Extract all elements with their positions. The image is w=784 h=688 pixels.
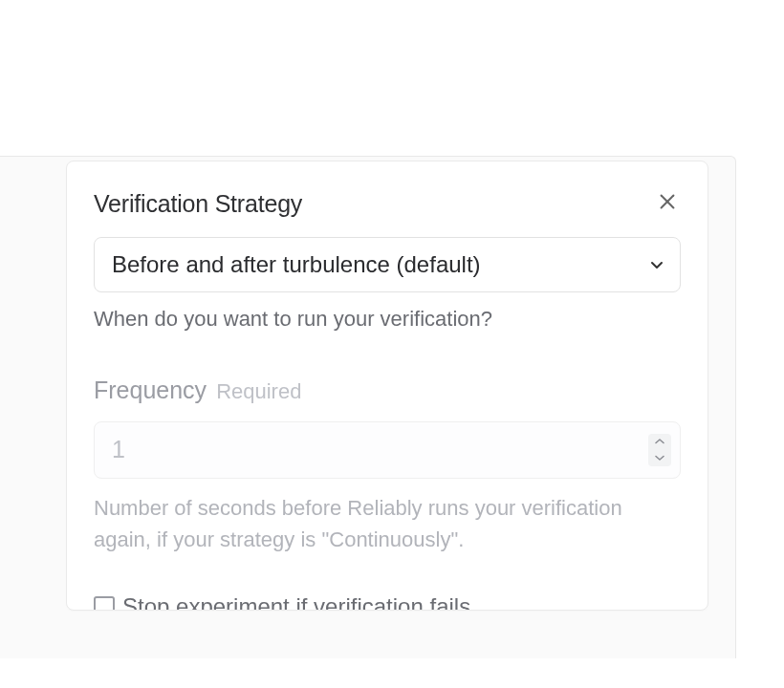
stop-experiment-checkbox-row: Stop experiment if verification fails xyxy=(94,593,681,611)
frequency-label-row: Frequency Required xyxy=(94,376,681,404)
frequency-label: Frequency xyxy=(94,376,207,404)
stepper-up-button[interactable] xyxy=(648,434,671,450)
strategy-help-text: When do you want to run your verificatio… xyxy=(94,304,681,334)
frequency-input-value: 1 xyxy=(112,436,125,463)
strategy-select-wrap: Before and after turbulence (default) xyxy=(94,237,681,292)
modal-title: Verification Strategy xyxy=(94,190,302,218)
frequency-input-wrap: 1 xyxy=(94,421,681,479)
stepper-down-button[interactable] xyxy=(648,450,671,466)
stop-experiment-checkbox-label: Stop experiment if verification fails xyxy=(122,593,470,611)
frequency-stepper xyxy=(648,434,671,466)
frequency-help-text: Number of seconds before Reliably runs y… xyxy=(94,492,681,555)
strategy-select[interactable]: Before and after turbulence (default) xyxy=(94,237,681,292)
chevron-up-icon xyxy=(655,439,664,444)
frequency-required-label: Required xyxy=(216,379,301,404)
strategy-select-value: Before and after turbulence (default) xyxy=(112,251,481,278)
close-button[interactable] xyxy=(654,188,681,215)
stop-experiment-checkbox[interactable] xyxy=(94,596,115,611)
chevron-down-icon xyxy=(655,455,664,461)
verification-strategy-modal: Verification Strategy Before and after t… xyxy=(66,161,708,611)
modal-header: Verification Strategy xyxy=(94,190,681,218)
close-icon xyxy=(657,191,678,212)
frequency-input[interactable]: 1 xyxy=(94,421,681,479)
